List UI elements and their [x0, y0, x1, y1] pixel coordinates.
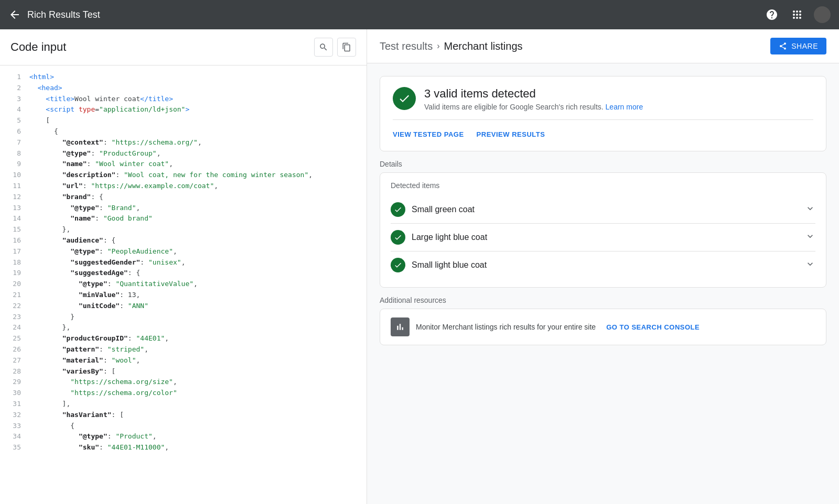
chart-icon [391, 317, 410, 336]
chevron-down-icon-2 [805, 231, 815, 244]
preview-results-button[interactable]: PREVIEW RESULTS [477, 128, 545, 140]
left-panel-header: Code input [0, 29, 367, 65]
chevron-down-icon-1 [805, 203, 815, 216]
copy-button[interactable] [337, 38, 356, 57]
valid-items-card: 3 valid items detected Valid items are e… [380, 76, 826, 151]
code-line: 31 ], [0, 399, 367, 410]
code-line: 29 "https://schema.org/size", [0, 377, 367, 388]
code-line: 32 "hasVariant": [ [0, 410, 367, 421]
go-to-search-console-link[interactable]: GO TO SEARCH CONSOLE [606, 323, 700, 331]
code-line: 9 "name": "Wool winter coat", [0, 159, 367, 170]
chevron-down-icon-3 [805, 259, 815, 272]
code-line: 19 "suggestedAge": { [0, 268, 367, 279]
code-line: 34 "@type": "Product", [0, 431, 367, 442]
learn-more-link[interactable]: Learn more [606, 103, 643, 111]
item-check-icon-1 [391, 202, 405, 217]
main-container: Code input 1 <html> 2 <head> 3 [0, 29, 839, 504]
code-line: 11 "url": "https://www.example.com/coat"… [0, 181, 367, 192]
item-check-icon-3 [391, 258, 405, 272]
code-line: 20 "@type": "QuantitativeValue", [0, 279, 367, 290]
valid-items-text: 3 valid items detected Valid items are e… [424, 87, 643, 111]
code-line: 21 "minValue": 13, [0, 290, 367, 301]
code-line: 10 "description": "Wool coat, new for th… [0, 170, 367, 181]
code-editor: 1 <html> 2 <head> 3 <title>Wool winter c… [0, 65, 367, 504]
detected-item-2[interactable]: Large light blue coat [391, 224, 815, 251]
code-line: 24 }, [0, 322, 367, 333]
code-line: 14 "name": "Good brand" [0, 213, 367, 224]
code-line: 16 "audience": { [0, 235, 367, 246]
breadcrumb-current: Merchant listings [444, 40, 522, 52]
code-line: 30 "https://schema.org/color" [0, 388, 367, 399]
additional-resources-label: Additional resources [380, 296, 826, 304]
code-line: 18 "suggestedGender": "unisex", [0, 257, 367, 268]
code-line: 26 "pattern": "striped", [0, 344, 367, 355]
share-button[interactable]: SHARE [770, 38, 826, 54]
code-line: 3 <title>Wool winter coat</title> [0, 94, 367, 105]
left-panel: Code input 1 <html> 2 <head> 3 [0, 29, 367, 504]
details-section: Details Detected items Small green coat [380, 160, 826, 288]
code-line: 33 { [0, 421, 367, 432]
search-button[interactable] [314, 38, 333, 57]
code-line: 25 "productGroupID": "44E01", [0, 333, 367, 344]
code-line: 7 "@context": "https://schema.org/", [0, 137, 367, 148]
right-panel-header: Test results › Merchant listings SHARE [367, 29, 839, 63]
card-actions: VIEW TESTED PAGE PREVIEW RESULTS [393, 119, 813, 140]
code-line: 4 <script type="application/ld+json"> [0, 104, 367, 115]
editor-toolbar [314, 38, 356, 57]
nav-icons [763, 6, 831, 23]
code-line: 6 { [0, 126, 367, 137]
right-content: 3 valid items detected Valid items are e… [367, 63, 839, 358]
resource-description: Monitor Merchant listings rich results f… [416, 323, 596, 331]
help-icon[interactable] [763, 6, 780, 23]
view-tested-page-button[interactable]: VIEW TESTED PAGE [393, 128, 464, 140]
detected-item-name-3: Small light blue coat [412, 260, 487, 270]
breadcrumb: Test results › Merchant listings [380, 40, 523, 52]
top-nav: Rich Results Test [0, 0, 839, 29]
code-line: 15 }, [0, 224, 367, 235]
success-icon [393, 87, 416, 110]
details-label: Details [380, 160, 826, 168]
item-check-icon-2 [391, 230, 405, 245]
right-panel: Test results › Merchant listings SHARE 3… [367, 29, 839, 504]
code-input-title: Code input [10, 40, 66, 54]
back-button[interactable] [8, 8, 21, 21]
code-line: 35 "sku": "44E01-M11000", [0, 442, 367, 453]
code-line: 23 } [0, 312, 367, 323]
code-line: 13 "@type": "Brand", [0, 203, 367, 214]
detected-item-3[interactable]: Small light blue coat [391, 251, 815, 279]
user-avatar[interactable] [814, 6, 831, 23]
detected-item-1[interactable]: Small green coat [391, 196, 815, 224]
valid-count-heading: 3 valid items detected [424, 87, 643, 101]
code-line: 5 [ [0, 115, 367, 126]
detected-item-name-2: Large light blue coat [412, 233, 487, 242]
code-line: 2 <head> [0, 83, 367, 94]
code-line: 8 "@type": "ProductGroup", [0, 148, 367, 159]
breadcrumb-separator: › [437, 41, 439, 51]
code-line: 1 <html> [0, 72, 367, 83]
valid-description: Valid items are eligible for Google Sear… [424, 103, 643, 111]
code-line: 28 "variesBy": [ [0, 366, 367, 377]
code-line: 27 "material": "wool", [0, 355, 367, 366]
breadcrumb-parent[interactable]: Test results [380, 40, 433, 52]
code-line: 12 "brand": { [0, 192, 367, 203]
additional-resources-section: Additional resources Monitor Merchant li… [380, 296, 826, 345]
detected-items-title: Detected items [391, 181, 815, 190]
code-line: 22 "unitCode": "ANN" [0, 301, 367, 312]
valid-items-row: 3 valid items detected Valid items are e… [393, 87, 813, 111]
code-line: 17 "@type": "PeopleAudience", [0, 246, 367, 257]
resources-card: Monitor Merchant listings rich results f… [380, 309, 826, 345]
detected-item-name-1: Small green coat [412, 205, 475, 214]
grid-icon[interactable] [789, 6, 805, 23]
app-title: Rich Results Test [27, 9, 763, 20]
detected-items-card: Detected items Small green coat [380, 172, 826, 288]
